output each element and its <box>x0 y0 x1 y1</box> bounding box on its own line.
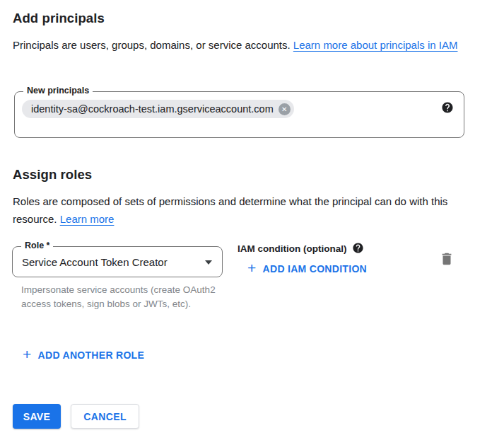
assign-roles-title: Assign roles <box>13 167 92 183</box>
dropdown-arrow-icon[interactable] <box>205 260 212 265</box>
delete-role-button[interactable] <box>438 250 455 267</box>
principal-chip: identity-sa@cockroach-test.iam.gservicea… <box>22 100 294 118</box>
learn-more-principals-link[interactable]: Learn more about principals in IAM <box>293 39 458 51</box>
cancel-button[interactable]: CANCEL <box>71 404 139 429</box>
principals-description-text: Principals are users, groups, domains, o… <box>13 39 293 51</box>
principals-description: Principals are users, groups, domains, o… <box>13 36 471 54</box>
add-iam-condition-label: ADD IAM CONDITION <box>263 263 367 274</box>
plus-icon: + <box>23 349 32 359</box>
plus-icon: + <box>247 263 257 273</box>
learn-more-roles-link[interactable]: Learn more <box>60 213 115 225</box>
save-button[interactable]: SAVE <box>13 404 61 429</box>
role-helper-text: Impersonate service accounts (create OAu… <box>21 283 226 311</box>
iam-condition-label: IAM condition (optional) <box>238 243 346 254</box>
page-title: Add principals <box>13 11 105 26</box>
add-principals-panel: Add principals Principals are users, gro… <box>0 0 504 445</box>
add-iam-condition-button[interactable]: + ADD IAM CONDITION <box>247 263 367 274</box>
chip-remove-icon[interactable]: ✕ <box>279 103 291 115</box>
role-select[interactable]: Role * Service Account Token Creator <box>12 246 223 277</box>
roles-description: Roles are composed of sets of permission… <box>13 192 476 228</box>
trash-icon <box>439 251 455 267</box>
add-another-role-label: ADD ANOTHER ROLE <box>38 349 145 361</box>
iam-condition-header: IAM condition (optional) <box>238 242 365 255</box>
principal-chip-text: identity-sa@cockroach-test.iam.gservicea… <box>31 103 274 115</box>
help-icon[interactable] <box>352 242 365 255</box>
role-select-value: Service Account Token Creator <box>22 256 168 268</box>
help-icon[interactable] <box>441 101 454 114</box>
new-principals-field[interactable]: New principals identity-sa@cockroach-tes… <box>14 91 464 138</box>
add-another-role-button[interactable]: + ADD ANOTHER ROLE <box>23 349 144 361</box>
role-select-label: Role * <box>21 241 53 250</box>
new-principals-label: New principals <box>23 86 93 96</box>
